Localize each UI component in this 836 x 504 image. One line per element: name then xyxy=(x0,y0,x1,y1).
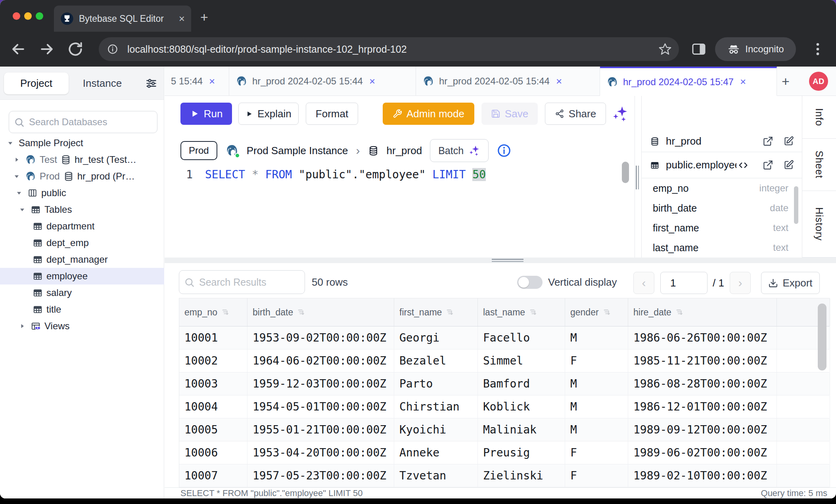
column-header-gender[interactable]: gender xyxy=(565,298,628,326)
sort-icon[interactable] xyxy=(529,308,537,317)
sort-icon[interactable] xyxy=(297,308,305,317)
table-cell[interactable]: 1989-09-12T00:00:00Z xyxy=(628,418,777,441)
table-cell[interactable]: M xyxy=(565,326,628,349)
batch-button[interactable]: Batch xyxy=(430,139,489,162)
sort-icon[interactable] xyxy=(675,308,684,317)
caret-down-icon[interactable] xyxy=(6,138,15,148)
column-header-last_name[interactable]: last_name xyxy=(478,298,565,326)
table-scrollbar[interactable] xyxy=(818,304,826,370)
vertical-display-toggle[interactable] xyxy=(517,276,543,289)
browser-menu-icon[interactable] xyxy=(809,40,826,58)
table-cell[interactable]: Maliniak xyxy=(478,418,565,441)
sort-icon[interactable] xyxy=(602,308,611,317)
table-cell[interactable]: M xyxy=(565,395,628,418)
bookmark-star-icon[interactable] xyxy=(658,42,672,56)
table-cell[interactable]: M xyxy=(565,418,628,441)
results-splitter[interactable] xyxy=(165,258,836,263)
tab-instance[interactable]: Instance xyxy=(81,67,124,100)
sql-editor[interactable]: 1 SELECT * FROM "public"."employee" LIMI… xyxy=(165,163,635,258)
table-cell[interactable]: 10003 xyxy=(179,372,247,395)
share-button[interactable]: Share xyxy=(545,103,606,125)
schema-database-row[interactable]: hr_prod xyxy=(642,131,802,152)
results-resize-handle[interactable] xyxy=(492,259,523,263)
tree-item-dept_manager[interactable]: dept_manager xyxy=(0,251,164,268)
column-header-hire_date[interactable]: hire_date xyxy=(628,298,777,326)
format-button[interactable]: Format xyxy=(306,103,358,125)
table-cell[interactable]: 1986-06-26T00:00:00Z xyxy=(628,326,777,349)
ai-sparkles-icon[interactable] xyxy=(612,105,629,122)
table-cell[interactable]: Kyoichi xyxy=(394,418,478,441)
tree-item-hr_test-test-[interactable]: Testhr_test (Test… xyxy=(0,151,164,168)
table-cell[interactable]: M xyxy=(565,372,628,395)
code-icon[interactable] xyxy=(737,159,749,171)
close-tab-icon[interactable]: × xyxy=(179,13,185,25)
save-button[interactable]: Save xyxy=(481,103,538,125)
column-header-birth_date[interactable]: birth_date xyxy=(247,298,394,326)
database-search-input[interactable] xyxy=(29,116,152,128)
table-cell[interactable]: 1953-04-20T00:00:00Z xyxy=(247,441,394,464)
table-cell[interactable]: Tzvetan xyxy=(394,464,478,487)
external-link-icon[interactable] xyxy=(763,136,773,147)
table-cell[interactable]: 1954-05-01T00:00:00Z xyxy=(247,395,394,418)
close-icon[interactable]: × xyxy=(369,75,375,88)
close-icon[interactable]: × xyxy=(740,76,746,88)
tab-project[interactable]: Project xyxy=(4,73,69,94)
panel-resize-handle[interactable] xyxy=(636,166,640,189)
table-cell[interactable]: 10001 xyxy=(179,326,247,349)
edit-icon[interactable] xyxy=(783,160,794,170)
database-search[interactable] xyxy=(9,111,157,133)
new-query-tab-button[interactable]: + xyxy=(777,67,794,96)
table-cell[interactable]: Simmel xyxy=(478,349,565,372)
table-cell[interactable]: Preusig xyxy=(478,441,565,464)
back-icon[interactable] xyxy=(10,40,27,58)
caret-right-icon[interactable] xyxy=(12,155,21,164)
results-search[interactable] xyxy=(179,270,305,294)
table-cell[interactable]: Parto xyxy=(394,372,478,395)
table-cell[interactable]: 1953-09-02T00:00:00Z xyxy=(247,326,394,349)
side-panel-icon[interactable] xyxy=(691,41,707,57)
column-header-first_name[interactable]: first_name xyxy=(394,298,478,326)
table-cell[interactable]: 10002 xyxy=(179,349,247,372)
tree-item-title[interactable]: title xyxy=(0,301,164,318)
external-link-icon[interactable] xyxy=(763,160,773,170)
table-cell[interactable]: 1964-06-02T00:00:00Z xyxy=(247,349,394,372)
address-bar[interactable]: localhost:8080/sql-editor/prod-sample-in… xyxy=(99,37,679,61)
table-cell[interactable]: 1957-05-23T00:00:00Z xyxy=(247,464,394,487)
column-row[interactable]: first_nametext xyxy=(642,218,802,238)
close-icon[interactable]: × xyxy=(556,75,562,88)
schema-table-row[interactable]: public.employee xyxy=(642,152,802,178)
table-cell[interactable]: Facello xyxy=(478,326,565,349)
table-cell[interactable]: Anneke xyxy=(394,441,478,464)
results-search-input[interactable] xyxy=(199,277,300,288)
table-cell[interactable]: 10004 xyxy=(179,395,247,418)
new-browser-tab-button[interactable]: + xyxy=(197,10,212,25)
tree-item-employee[interactable]: employee xyxy=(0,268,164,284)
column-row[interactable]: last_nametext xyxy=(642,238,802,258)
info-icon[interactable] xyxy=(497,143,512,158)
table-cell[interactable]: 1986-12-01T00:00:00Z xyxy=(628,395,777,418)
reload-icon[interactable] xyxy=(67,40,84,58)
database-name[interactable]: hr_prod xyxy=(387,145,422,157)
export-button[interactable]: Export xyxy=(761,272,820,294)
editor-tab[interactable]: hr_prod 2024-02-05 15:44× xyxy=(416,67,600,96)
editor-tab[interactable]: 5 15:44× xyxy=(165,67,229,96)
tree-item-dept_emp[interactable]: dept_emp xyxy=(0,235,164,251)
browser-tab[interactable]: Bytebase SQL Editor × xyxy=(54,6,191,32)
run-button[interactable]: Run xyxy=(180,103,232,125)
caret-right-icon[interactable] xyxy=(17,321,27,331)
tree-item-hr_prod-pr-[interactable]: Prodhr_prod (Pr… xyxy=(0,168,164,185)
edit-icon[interactable] xyxy=(783,136,794,147)
rail-tab-history[interactable]: History xyxy=(802,191,836,258)
table-cell[interactable]: Bamford xyxy=(478,372,565,395)
site-info-icon[interactable] xyxy=(107,43,119,55)
table-cell[interactable]: Chirstian xyxy=(394,395,478,418)
explain-button[interactable]: Explain xyxy=(238,103,299,125)
admin-mode-button[interactable]: Admin mode xyxy=(383,103,474,125)
column-row[interactable]: emp_nointeger xyxy=(642,178,802,198)
tree-item-tables[interactable]: Tables xyxy=(0,201,164,218)
prev-page-button[interactable]: ‹ xyxy=(633,272,654,294)
next-page-button[interactable]: › xyxy=(730,272,751,294)
sort-icon[interactable] xyxy=(221,308,230,317)
close-icon[interactable]: × xyxy=(209,75,215,88)
table-cell[interactable]: F xyxy=(565,441,628,464)
